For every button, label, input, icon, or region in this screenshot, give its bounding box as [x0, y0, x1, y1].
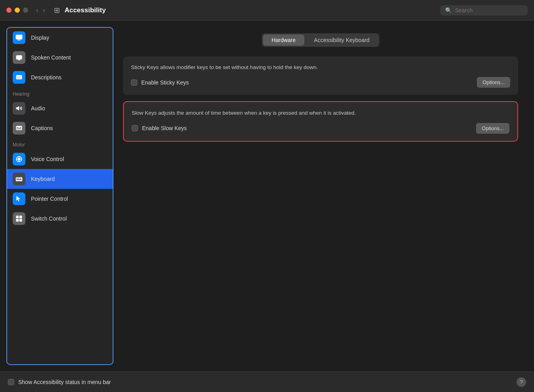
show-status-label: Show Accessibility status in menu bar [18, 379, 111, 385]
svg-rect-7 [17, 127, 19, 128]
sidebar-item-captions[interactable]: Captions [7, 118, 113, 138]
sidebar-item-voice-control[interactable]: Voice Control [7, 149, 113, 169]
tab-hardware[interactable]: Hardware [263, 35, 305, 46]
sidebar-item-spoken-content[interactable]: Spoken Content [7, 48, 113, 67]
sidebar-section-motor: Motor [7, 138, 113, 149]
svg-rect-15 [16, 178, 17, 179]
traffic-lights [6, 8, 28, 13]
slow-keys-row: Enable Slow Keys Options... [132, 123, 509, 134]
sidebar-label-pointer-control: Pointer Control [31, 196, 68, 202]
switch-control-icon [13, 212, 25, 225]
window-title: Accessibility [65, 6, 436, 14]
sidebar: Display Spoken Content CC Descriptions H… [6, 27, 113, 365]
sticky-keys-checkbox[interactable] [131, 79, 137, 86]
keyboard-icon [13, 173, 25, 185]
sticky-keys-section: Sticky Keys allows modifier keys to be s… [123, 56, 518, 95]
tab-accessibility-keyboard[interactable]: Accessibility Keyboard [305, 35, 378, 46]
sidebar-item-descriptions[interactable]: CC Descriptions [7, 67, 113, 87]
svg-rect-8 [19, 127, 21, 128]
svg-rect-17 [20, 178, 21, 179]
svg-rect-18 [16, 179, 21, 180]
search-icon: 🔍 [445, 7, 452, 13]
svg-marker-5 [16, 106, 19, 111]
sidebar-label-descriptions: Descriptions [31, 74, 61, 81]
slow-keys-checkbox-row: Enable Slow Keys [132, 125, 187, 131]
show-status-row: Show Accessibility status in menu bar [8, 379, 111, 385]
sidebar-label-keyboard: Keyboard [31, 176, 55, 182]
slow-keys-description: Slow Keys adjusts the amount of time bet… [132, 109, 509, 117]
bottom-bar: Show Accessibility status in menu bar ? [0, 371, 534, 392]
sidebar-item-switch-control[interactable]: Switch Control [7, 209, 113, 229]
sidebar-item-keyboard[interactable]: Keyboard [7, 169, 113, 189]
voice-control-icon [13, 153, 25, 165]
search-bar[interactable]: 🔍 [440, 5, 528, 15]
svg-text:CC: CC [17, 76, 21, 79]
slow-keys-section: Slow Keys adjusts the amount of time bet… [123, 101, 518, 141]
slow-keys-label: Enable Slow Keys [142, 125, 187, 131]
sticky-keys-description: Sticky Keys allows modifier keys to be s… [131, 63, 510, 71]
spoken-content-icon [13, 51, 25, 64]
main-layout: Display Spoken Content CC Descriptions H… [0, 21, 534, 371]
sidebar-item-display[interactable]: Display [7, 28, 113, 48]
sticky-keys-options-button[interactable]: Options... [477, 77, 510, 88]
sidebar-label-voice-control: Voice Control [31, 156, 64, 162]
svg-rect-21 [19, 216, 22, 219]
sidebar-label-display: Display [31, 35, 49, 41]
svg-rect-20 [16, 216, 19, 219]
titlebar: ‹ › ⊞ Accessibility 🔍 [0, 0, 534, 21]
svg-marker-19 [16, 196, 20, 202]
svg-rect-0 [16, 35, 23, 40]
minimize-button[interactable] [15, 8, 20, 13]
descriptions-icon: CC [13, 71, 25, 84]
close-button[interactable] [6, 8, 12, 13]
sidebar-label-audio: Audio [31, 105, 45, 111]
grid-icon: ⊞ [54, 6, 60, 15]
show-status-checkbox[interactable] [8, 379, 14, 385]
slow-keys-options-button[interactable]: Options... [476, 123, 509, 134]
svg-rect-23 [19, 219, 22, 222]
back-button[interactable]: ‹ [35, 6, 40, 15]
sidebar-section-hearing: Hearing [7, 87, 113, 98]
forward-button[interactable]: › [41, 6, 46, 15]
pointer-control-icon [13, 192, 25, 205]
sticky-keys-row: Enable Sticky Keys Options... [131, 77, 510, 88]
tab-bar: Hardware Accessibility Keyboard [123, 33, 518, 47]
sidebar-label-switch-control: Switch Control [31, 215, 67, 222]
sidebar-label-spoken-content: Spoken Content [31, 54, 71, 61]
maximize-button[interactable] [23, 8, 28, 13]
content-area: Hardware Accessibility Keyboard Sticky K… [113, 27, 528, 365]
nav-arrows: ‹ › [35, 6, 47, 15]
sidebar-item-pointer-control[interactable]: Pointer Control [7, 189, 113, 209]
slow-keys-checkbox[interactable] [132, 125, 138, 131]
svg-rect-6 [16, 126, 22, 130]
sidebar-item-audio[interactable]: Audio [7, 98, 113, 118]
sticky-keys-checkbox-row: Enable Sticky Keys [131, 79, 189, 86]
sidebar-label-captions: Captions [31, 125, 53, 131]
svg-rect-16 [18, 178, 19, 179]
sticky-keys-label: Enable Sticky Keys [141, 79, 189, 86]
tab-group: Hardware Accessibility Keyboard [262, 33, 380, 47]
svg-rect-9 [17, 129, 21, 129]
captions-icon [13, 122, 25, 135]
display-icon [13, 31, 25, 44]
help-button[interactable]: ? [517, 377, 526, 387]
search-input[interactable] [455, 7, 523, 13]
audio-icon [13, 102, 25, 115]
svg-rect-1 [17, 40, 21, 40]
svg-rect-22 [16, 219, 19, 222]
